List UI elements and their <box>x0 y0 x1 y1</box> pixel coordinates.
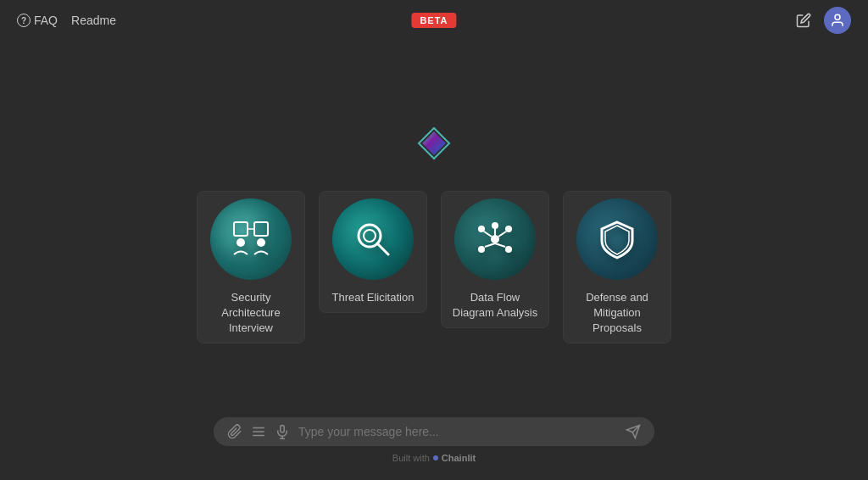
edit-button[interactable] <box>790 7 817 34</box>
svg-point-13 <box>478 246 485 253</box>
card-threat-elicitation[interactable]: Threat Elicitation <box>319 191 427 313</box>
svg-point-11 <box>491 235 499 243</box>
beta-badge: BETA <box>411 13 456 28</box>
svg-point-6 <box>257 238 265 247</box>
card-title-dataflow: Data Flow Diagram Analysis <box>448 290 542 321</box>
svg-point-14 <box>505 246 512 253</box>
header: ? FAQ Readme BETA <box>0 0 868 41</box>
svg-line-10 <box>377 243 388 254</box>
svg-line-20 <box>484 232 492 237</box>
svg-rect-25 <box>281 426 285 433</box>
card-data-flow[interactable]: Data Flow Diagram Analysis <box>441 191 549 328</box>
mic-icon[interactable] <box>275 424 290 439</box>
card-title-threat: Threat Elicitation <box>332 290 415 305</box>
svg-point-9 <box>364 230 376 242</box>
card-icon-dataflow <box>454 198 536 280</box>
main-content: Security Architecture Interview Threat E… <box>0 41 868 412</box>
svg-rect-3 <box>234 222 248 236</box>
card-title-defense: Defense and Mitigation Proposals <box>570 290 664 337</box>
diagram-icon <box>473 217 517 261</box>
shield-icon <box>595 217 639 261</box>
people-icon <box>229 217 273 261</box>
svg-marker-2 <box>422 131 446 155</box>
svg-line-21 <box>498 232 506 237</box>
logo-icon <box>417 126 451 160</box>
header-right <box>790 7 851 34</box>
input-bar <box>214 417 654 446</box>
attach-icon[interactable] <box>227 424 242 439</box>
header-left: ? FAQ Readme <box>17 14 116 27</box>
search-icon <box>351 217 395 261</box>
chainlit-brand: Chainlit <box>442 453 476 463</box>
card-icon-security <box>210 198 292 280</box>
card-security-architecture[interactable]: Security Architecture Interview <box>197 191 305 344</box>
svg-line-18 <box>485 243 495 247</box>
logo <box>417 126 451 164</box>
cards-container: Security Architecture Interview Threat E… <box>197 191 671 344</box>
card-icon-threat <box>332 198 414 280</box>
readme-link[interactable]: Readme <box>71 14 116 27</box>
svg-point-0 <box>835 14 840 20</box>
svg-point-5 <box>236 238 245 247</box>
svg-point-12 <box>492 222 498 229</box>
readme-label: Readme <box>71 14 116 27</box>
svg-point-16 <box>478 226 485 232</box>
svg-rect-4 <box>254 222 268 236</box>
built-with-text: Built with <box>392 453 430 463</box>
svg-point-15 <box>505 226 512 232</box>
card-defense-mitigation[interactable]: Defense and Mitigation Proposals <box>563 191 671 344</box>
faq-icon: ? <box>17 14 31 27</box>
card-icon-defense <box>576 198 658 280</box>
svg-line-19 <box>495 243 505 247</box>
faq-label: FAQ <box>34 14 58 27</box>
user-button[interactable] <box>824 7 851 34</box>
chainlit-dot <box>433 455 438 460</box>
faq-link[interactable]: ? FAQ <box>17 14 58 27</box>
list-icon[interactable] <box>251 424 266 439</box>
send-icon[interactable] <box>626 424 641 439</box>
message-input[interactable] <box>298 425 617 438</box>
bottom-area: Built with Chainlit <box>0 407 868 480</box>
card-title-security: Security Architecture Interview <box>204 290 298 337</box>
footer: Built with Chainlit <box>392 453 476 463</box>
